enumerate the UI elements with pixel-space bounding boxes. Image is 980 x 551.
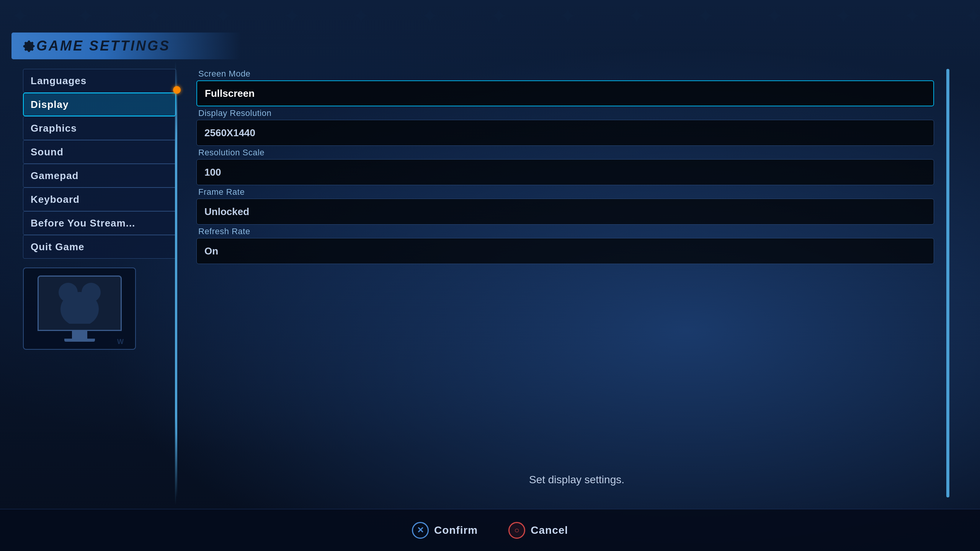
preview-monitor: W <box>34 274 126 343</box>
gear-icon <box>19 37 36 55</box>
mickey-icon <box>57 282 103 325</box>
preview-box: W <box>23 267 136 350</box>
sidebar-item-languages[interactable]: Languages <box>23 69 176 93</box>
nav-item-label: Keyboard <box>31 194 80 205</box>
nav-item-label: Sound <box>31 146 64 158</box>
setting-value-resolution-scale[interactable]: 100 <box>196 159 934 185</box>
nav-item-label: Quit Game <box>31 241 84 253</box>
sidebar-item-quit-game[interactable]: Quit Game <box>23 235 176 259</box>
description-area: Set display settings. <box>196 264 957 497</box>
setting-row-refresh-rate: Refresh RateOn <box>196 227 934 264</box>
monitor-stand <box>72 331 87 339</box>
setting-value-frame-rate[interactable]: Unlocked <box>196 199 934 225</box>
nav-item-label: Graphics <box>31 122 77 134</box>
sidebar-item-before-you-stream[interactable]: Before You Stream... <box>23 211 176 235</box>
nav-item-label: Before You Stream... <box>31 217 135 229</box>
sidebar-item-graphics[interactable]: Graphics <box>23 116 176 140</box>
confirm-icon: ✕ <box>412 522 429 539</box>
sidebar-item-sound[interactable]: Sound <box>23 140 176 164</box>
setting-value-refresh-rate[interactable]: On <box>196 238 934 264</box>
title-bar: GAME SETTINGS <box>11 33 241 59</box>
monitor-screen <box>38 276 122 331</box>
monitor-base <box>64 339 95 342</box>
cancel-button[interactable]: ○ Cancel <box>508 522 568 539</box>
description-text: Set display settings. <box>529 474 624 486</box>
sidebar-item-gamepad[interactable]: Gamepad <box>23 164 176 187</box>
confirm-button[interactable]: ✕ Confirm <box>412 522 478 539</box>
setting-label-display-resolution: Display Resolution <box>196 108 934 118</box>
cancel-label: Cancel <box>531 524 568 536</box>
confirm-label: Confirm <box>434 524 478 536</box>
monitor-label: W <box>117 338 124 346</box>
scroll-track[interactable] <box>946 69 949 497</box>
content-area: Screen ModeFullscreenDisplay Resolution2… <box>177 61 957 505</box>
setting-label-frame-rate: Frame Rate <box>196 187 934 197</box>
setting-row-screen-mode: Screen ModeFullscreen <box>196 69 934 106</box>
nav-item-label: Gamepad <box>31 170 79 182</box>
settings-list: Screen ModeFullscreenDisplay Resolution2… <box>196 69 957 264</box>
setting-value-screen-mode[interactable]: Fullscreen <box>196 80 934 106</box>
sidebar: LanguagesDisplayGraphicsSoundGamepadKeyb… <box>23 61 176 505</box>
page-title: GAME SETTINGS <box>36 38 170 54</box>
sidebar-item-keyboard[interactable]: Keyboard <box>23 187 176 211</box>
main-container: LanguagesDisplayGraphicsSoundGamepadKeyb… <box>23 61 957 505</box>
nav-item-label: Languages <box>31 75 87 87</box>
setting-label-resolution-scale: Resolution Scale <box>196 148 934 158</box>
setting-value-display-resolution[interactable]: 2560X1440 <box>196 120 934 146</box>
setting-row-display-resolution: Display Resolution2560X1440 <box>196 108 934 146</box>
setting-row-resolution-scale: Resolution Scale100 <box>196 148 934 185</box>
bottom-bar: ✕ Confirm ○ Cancel <box>0 509 980 551</box>
scroll-thumb[interactable] <box>946 69 949 497</box>
nav-item-label: Display <box>31 99 69 111</box>
setting-label-screen-mode: Screen Mode <box>196 69 934 79</box>
setting-label-refresh-rate: Refresh Rate <box>196 227 934 236</box>
setting-row-frame-rate: Frame RateUnlocked <box>196 187 934 225</box>
sidebar-item-display[interactable]: Display <box>23 93 176 116</box>
cancel-icon: ○ <box>508 522 525 539</box>
